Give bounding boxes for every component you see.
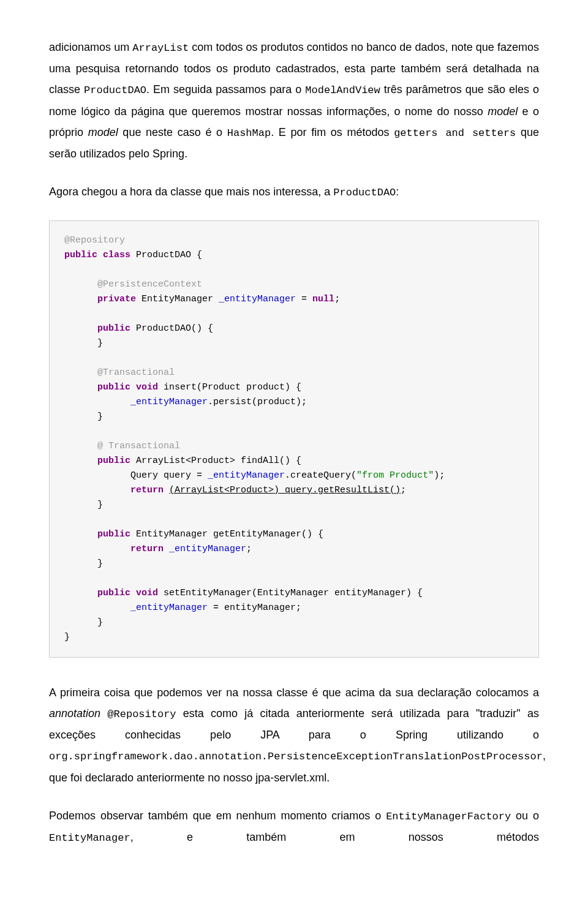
- code-text: =: [296, 294, 312, 304]
- code-keyword: return: [64, 485, 164, 495]
- code-block-productdao: @Repository public class ProductDAO { @P…: [49, 220, 539, 658]
- code-keyword: class: [97, 250, 130, 260]
- code-text: .persist(product);: [208, 397, 307, 407]
- code-annotation: @ Transactional: [64, 441, 180, 451]
- code-text: }: [64, 500, 103, 510]
- code-field: _entityManager: [219, 294, 296, 304]
- code-inline: org.springframework.dao.annotation.Persi…: [49, 751, 543, 762]
- code-inline: ProductDAO: [84, 85, 146, 96]
- code-inline: ProductDAO: [333, 187, 396, 198]
- text: [100, 707, 107, 720]
- text: A primeira coisa que podemos ver na noss…: [49, 686, 539, 699]
- italic-text: model: [488, 105, 518, 118]
- code-text: }: [64, 617, 103, 628]
- code-annotation: @Transactional: [64, 367, 175, 378]
- code-inline: @Repository: [107, 709, 176, 720]
- code-inline: ArrayList: [132, 42, 189, 54]
- code-keyword: return: [64, 544, 164, 554]
- code-text: EntityManager getEntityManager() {: [130, 529, 323, 539]
- code-keyword: public: [64, 529, 130, 539]
- code-text: ;: [334, 294, 340, 304]
- paragraph-1: adicionamos um ArrayList com todos os pr…: [49, 37, 539, 164]
- code-text: ProductDAO() {: [130, 323, 213, 334]
- code-string: "from Product": [356, 470, 434, 481]
- text: adicionamos um: [49, 41, 132, 53]
- code-field: _entityManager: [130, 397, 208, 407]
- code-keyword: null: [312, 294, 334, 304]
- code-keyword: public: [64, 382, 130, 393]
- code-text: }: [64, 338, 103, 348]
- code-keyword: void: [130, 382, 158, 393]
- code-keyword: public: [64, 456, 130, 466]
- italic-text: model: [88, 126, 118, 138]
- italic-text: annotation: [49, 707, 100, 720]
- paragraph-4: Podemos observar também que em nenhum mo…: [49, 805, 539, 849]
- code-text: }: [64, 558, 103, 569]
- code-text: Query query =: [64, 470, 208, 481]
- code-annotation: @Repository: [64, 235, 125, 246]
- code-text: [64, 397, 130, 407]
- code-text: }: [64, 412, 103, 422]
- code-text: EntityManager: [136, 294, 219, 304]
- code-text: ;: [246, 544, 252, 554]
- code-keyword: void: [130, 588, 158, 598]
- code-field: _entityManager: [208, 470, 285, 481]
- code-keyword: public: [64, 323, 130, 334]
- text: que neste caso é o: [118, 126, 227, 138]
- text: Podemos observar também que em nenhum mo…: [49, 810, 386, 822]
- code-inline: getters and setters: [394, 127, 516, 139]
- code-annotation: @PersistenceContext: [64, 279, 202, 290]
- code-inline: EntityManagerFactory: [386, 811, 511, 822]
- code-inline: HashMap: [227, 127, 271, 139]
- code-text: ;: [401, 485, 406, 495]
- code-text: = entityManager;: [208, 603, 301, 613]
- code-keyword: private: [64, 294, 136, 304]
- code-text: );: [434, 470, 445, 481]
- code-inline: ModelAndView: [305, 85, 380, 96]
- text: , e também em nossos métodos: [130, 831, 539, 843]
- code-underlined: (ArrayList<Product>) query.getResultList…: [169, 485, 401, 495]
- code-text: [64, 603, 130, 613]
- text: . E por fim os métodos: [271, 126, 394, 138]
- code-keyword: public: [64, 588, 130, 598]
- code-text: [164, 544, 169, 554]
- code-text: ArrayList<Product> findAll() {: [130, 456, 301, 466]
- code-text: insert(Product product) {: [158, 382, 301, 393]
- code-field: _entityManager: [130, 603, 208, 613]
- code-text: ProductDAO {: [130, 250, 202, 260]
- text: :: [396, 186, 399, 198]
- text: ou o: [511, 810, 539, 822]
- paragraph-2: Agora chegou a hora da classe que mais n…: [49, 181, 539, 203]
- code-field: _entityManager: [169, 544, 246, 554]
- code-text: .createQuery(: [285, 470, 356, 481]
- text: Agora chegou a hora da classe que mais n…: [49, 186, 333, 198]
- code-text: }: [64, 632, 70, 642]
- text: . Em seguida passamos para o: [146, 83, 305, 96]
- code-text: setEntityManager(EntityManager entityMan…: [158, 588, 423, 598]
- code-text: [164, 485, 169, 495]
- paragraph-3: A primeira coisa que podemos ver na noss…: [49, 682, 539, 788]
- code-keyword: public: [64, 250, 97, 260]
- code-inline: EntityManager: [49, 832, 130, 844]
